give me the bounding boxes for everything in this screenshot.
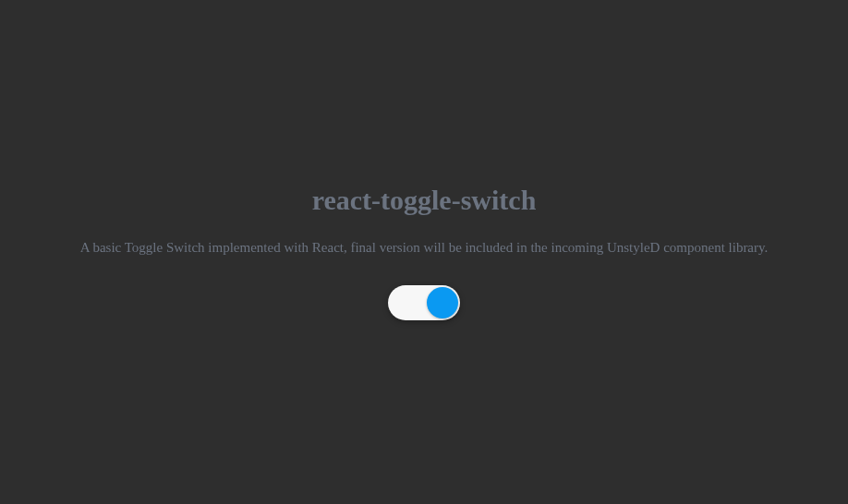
toggle-wrapper [388, 285, 460, 320]
page-description: A basic Toggle Switch implemented with R… [80, 238, 769, 258]
toggle-knob [427, 287, 458, 318]
toggle-switch[interactable] [388, 285, 460, 320]
page-title: react-toggle-switch [312, 185, 537, 216]
main-content: react-toggle-switch A basic Toggle Switc… [80, 185, 769, 320]
